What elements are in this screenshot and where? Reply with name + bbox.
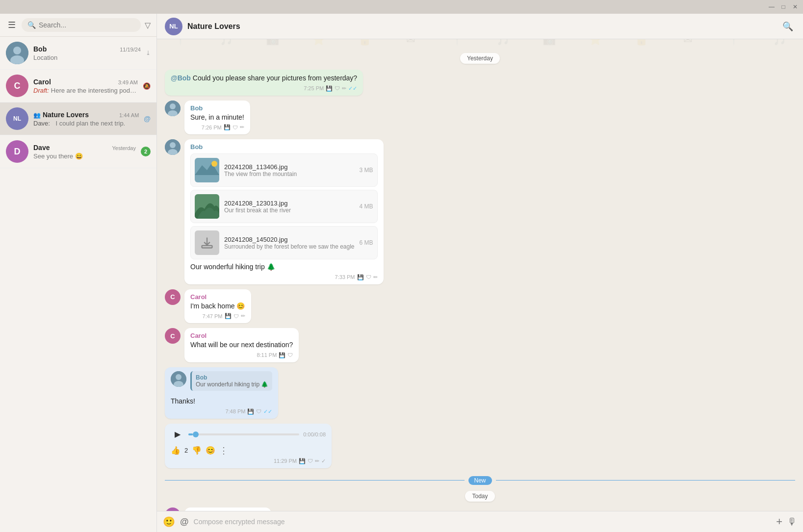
chat-header: NL Nature Lovers 🔍: [157, 14, 803, 39]
chat-meta-carol: 🔕: [143, 82, 151, 90]
app-container: ☰ 🔍 ▽ Bob 11/19/24 Locatio: [0, 14, 803, 532]
message-row-msg2: Bob Sure, in a minute! 7:26 PM 💾 🛡 ✏: [165, 101, 795, 135]
new-badge: New: [468, 476, 492, 485]
chat-time-carol: 3:49 AM: [118, 79, 138, 85]
msg-footer-msg4: 7:47 PM 💾 🛡 ✏: [190, 313, 245, 319]
avatar-nature-lovers: NL: [6, 107, 28, 130]
chat-time-dave: Yesterday: [112, 145, 136, 151]
file-thumb-1: [195, 158, 219, 182]
file-item-2[interactable]: 20241208_123013.jpg Our first break at t…: [190, 190, 378, 223]
msg-text-msg3: Our wonderful hiking trip 🌲: [190, 262, 378, 272]
new-line-left: [165, 480, 465, 481]
file-size-2: 4 MB: [360, 203, 373, 210]
avatar-dave: D: [6, 140, 28, 163]
save-icon-msg1: 💾: [326, 85, 333, 92]
msg-footer-msg5: 8:11 PM 💾 🛡: [190, 352, 293, 358]
file-thumb-2: [195, 194, 219, 219]
msg-text-msg5: What will be our next destination?: [190, 340, 293, 350]
chat-item-bob[interactable]: Bob 11/19/24 Location ⤓: [0, 37, 156, 70]
chat-search-button[interactable]: 🔍: [780, 19, 795, 34]
file-item-3[interactable]: 20241208_145020.jpg Surrounded by the fo…: [190, 226, 378, 259]
maximize-button[interactable]: □: [779, 3, 787, 11]
svg-point-4: [170, 103, 176, 109]
chat-item-nature-lovers[interactable]: NL 👥 Nature Lovers 1:44 AM Dave: I could…: [0, 102, 156, 135]
file-item-1[interactable]: 20241208_113406.jpg The view from the mo…: [190, 153, 378, 187]
compose-input[interactable]: [194, 518, 772, 526]
date-badge-today: Today: [465, 491, 494, 502]
msg-time-msg7: 11:29 PM: [274, 458, 297, 464]
file-name-3: 20241208_145020.jpg: [224, 236, 355, 243]
avatar-msg4: C: [165, 289, 181, 305]
file-desc-1: The view from the mountain: [224, 171, 355, 177]
add-attachment-button[interactable]: +: [776, 515, 782, 528]
msg-footer-msg6: 7:48 PM 💾 🛡 ✓✓: [171, 408, 272, 415]
bubble-msg1: @Bob Could you please share your picture…: [165, 70, 363, 96]
file-desc-2: Our first break at the river: [224, 207, 355, 214]
group-avatar: NL: [165, 18, 182, 35]
thumbs-up-button[interactable]: 👍: [171, 446, 181, 455]
file-size-1: 3 MB: [360, 167, 373, 174]
file-size-3: 6 MB: [360, 239, 373, 246]
sidebar-header: ☰ 🔍 ▽: [0, 14, 156, 37]
message-row-msg1: @Bob Could you please share your picture…: [165, 70, 795, 96]
sender-name-msg2: Bob: [190, 104, 244, 112]
chat-meta-dave: 2: [141, 147, 151, 156]
audio-progress[interactable]: [188, 433, 299, 435]
msg-text-msg1: @Bob Could you please share your picture…: [171, 74, 357, 83]
mention-button[interactable]: @: [180, 517, 189, 527]
mention-icon: @: [144, 115, 151, 123]
msg-footer-msg7: 11:29 PM 💾 🛡 ✏ ✓: [171, 458, 326, 464]
chat-title-area: NL Nature Lovers: [165, 18, 240, 35]
chat-preview-carol: Draft: Here are the interesting podc...: [33, 87, 138, 94]
chat-time-nature-lovers: 1:44 AM: [119, 112, 139, 118]
msg-time-msg5: 8:11 PM: [257, 352, 277, 358]
emoji-reaction-button[interactable]: 😊: [206, 446, 215, 455]
avatar-msg8: D: [165, 507, 181, 511]
chat-name-carol: Carol: [33, 78, 51, 86]
message-row-msg3: Bob 20241208_113406.jpg The view from th…: [165, 139, 795, 284]
play-button[interactable]: ▶: [171, 428, 184, 441]
msg-time-msg6: 7:48 PM: [225, 408, 245, 414]
voice-message-button[interactable]: 🎙: [787, 516, 797, 528]
minimize-button[interactable]: —: [768, 3, 776, 11]
msg-time-msg2: 7:26 PM: [202, 125, 222, 130]
date-badge-yesterday: Yesterday: [460, 53, 500, 64]
svg-point-15: [176, 374, 181, 380]
message-row-msg8: D Dave I could plan the next trip. 1:44 …: [165, 507, 795, 511]
chat-list: Bob 11/19/24 Location ⤓ C Carol: [0, 37, 156, 532]
chat-meta-nature-lovers: @: [144, 115, 151, 123]
bubble-msg8: Dave I could plan the next trip. 1:44 AM…: [184, 507, 271, 511]
file-details-1: 20241208_113406.jpg The view from the mo…: [224, 163, 355, 177]
svg-rect-13: [202, 246, 212, 248]
chat-item-carol[interactable]: C Carol 3:49 AM Draft: Here are the inte…: [0, 70, 156, 102]
msg-time-msg4: 7:47 PM: [203, 313, 223, 319]
msg-time-msg1: 7:25 PM: [304, 85, 324, 91]
file-list-msg3: 20241208_113406.jpg The view from the mo…: [190, 153, 378, 259]
filter-button[interactable]: ▽: [145, 21, 151, 30]
thumbs-up-count: 2: [184, 447, 188, 454]
bubble-msg3: Bob 20241208_113406.jpg The view from th…: [184, 139, 384, 284]
audio-time: 0:00/0:08: [303, 431, 326, 437]
avatar-carol: C: [6, 75, 28, 97]
chat-item-dave[interactable]: D Dave Yesterday See you there 😀 2: [0, 135, 156, 168]
date-separator-today: Today: [165, 491, 795, 502]
chat-preview-nature-lovers: Dave: I could plan the next trip.: [33, 120, 139, 127]
search-input[interactable]: [39, 21, 135, 29]
more-reactions-button[interactable]: ⋮: [219, 445, 228, 456]
emoji-button[interactable]: 🙂: [163, 516, 175, 528]
menu-button[interactable]: ☰: [6, 18, 18, 32]
chat-name-dave: Dave: [33, 144, 50, 152]
search-box[interactable]: 🔍: [22, 18, 141, 32]
svg-point-7: [170, 142, 176, 148]
audio-msg: ▶ 0:00/0:08 👍 2 👎 😊 ⋮: [171, 428, 326, 456]
svg-point-1: [13, 47, 21, 54]
thumbs-down-button[interactable]: 👎: [192, 446, 202, 455]
bubble-msg5: Carol What will be our next destination?…: [184, 328, 299, 362]
messages-area[interactable]: Yesterday @Bob Could you please share yo…: [157, 39, 803, 511]
file-name-2: 20241208_123013.jpg: [224, 200, 355, 207]
search-icon: 🔍: [27, 21, 36, 29]
close-button[interactable]: ✕: [791, 3, 799, 11]
date-separator-yesterday: Yesterday: [165, 53, 795, 64]
sender-name-msg3: Bob: [190, 143, 378, 151]
chat-name-nature-lovers: 👥 Nature Lovers: [33, 111, 89, 119]
